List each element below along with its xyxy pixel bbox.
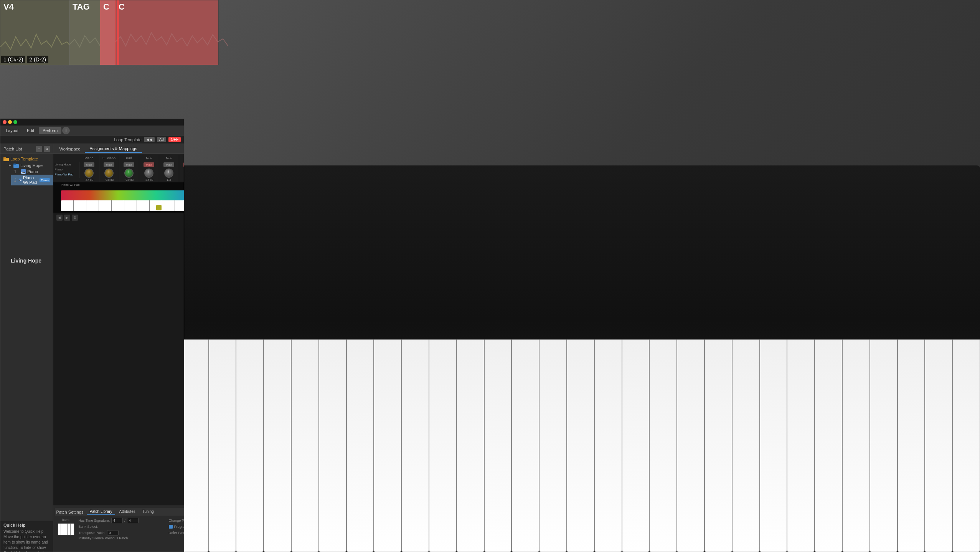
key-6[interactable] (291, 339, 319, 552)
key-28[interactable] (898, 339, 925, 552)
key-10[interactable] (401, 339, 429, 552)
knob-piano[interactable] (84, 169, 94, 178)
list-item-living-hope[interactable]: Living Hope (5, 162, 53, 169)
living-hope-label: Living Hope (11, 258, 41, 264)
key-29[interactable] (925, 339, 952, 552)
key-25[interactable] (815, 339, 842, 552)
ch-header-pad: Pad (119, 155, 139, 162)
program-change-checkbox[interactable] (169, 525, 173, 529)
patch-list-items: Loop Template Living Hope (0, 154, 53, 521)
knob-na2[interactable] (164, 169, 173, 178)
key-5[interactable] (264, 339, 291, 552)
patch-settings-fields: Has Time Signature: 4 / 4 Change Tempo t… (79, 518, 184, 540)
time-sig-top[interactable]: 4 (111, 518, 123, 523)
close-button[interactable] (3, 120, 7, 124)
key-26[interactable] (842, 339, 870, 552)
key-11[interactable] (429, 339, 457, 552)
prev-btn[interactable]: ◀ (56, 215, 63, 221)
key-24[interactable] (787, 339, 815, 552)
knob-na1[interactable] (144, 169, 153, 178)
tab-workspace[interactable]: Workspace (55, 145, 85, 152)
patch-list-settings-button[interactable]: ⚙ (44, 146, 50, 152)
key-13[interactable] (484, 339, 512, 552)
tab-edit[interactable]: Edit (23, 127, 38, 134)
key-27[interactable] (870, 339, 898, 552)
key-23[interactable] (760, 339, 787, 552)
next-btn[interactable]: ▶ (64, 215, 70, 221)
segment-c2-label: C (119, 2, 125, 12)
piano-pad-instrument-icon (19, 178, 21, 182)
minimize-button[interactable] (8, 120, 12, 124)
segment-c1-label: C (103, 2, 109, 12)
key-18[interactable] (622, 339, 650, 552)
patch-piano-icon (58, 523, 74, 535)
label-measure-1: 1 (C#-2) (1, 56, 25, 63)
key-4[interactable] (236, 339, 264, 552)
mini-key-5 (112, 200, 124, 211)
knob-pad[interactable] (124, 169, 134, 178)
key-22[interactable] (732, 339, 760, 552)
mixer-row-area: Living Hope Piano Piano W/ Pad Mute -4.4… (53, 162, 184, 182)
key-14[interactable] (511, 339, 539, 552)
maximize-button[interactable] (13, 120, 17, 124)
key-7[interactable] (319, 339, 346, 552)
piano-icon-keys (58, 524, 74, 535)
key-21[interactable] (704, 339, 732, 552)
tab-perform[interactable]: Perform (39, 127, 61, 134)
mute-btn-na2[interactable]: Mute (163, 162, 174, 167)
patch-settings-panel: Patch Settings Patch Library Attributes … (53, 506, 184, 552)
mixer-channels-container: Mute -4.4 dB Mute +3.8 dB (79, 162, 184, 182)
svg-rect-13 (20, 180, 20, 181)
key-3[interactable] (209, 339, 236, 552)
key-9[interactable] (374, 339, 401, 552)
off-btn[interactable]: OFF (168, 137, 181, 142)
key-2[interactable] (181, 339, 209, 552)
level-na1: -3.4 dB (145, 178, 153, 181)
mute-btn-pad[interactable]: Mute (124, 162, 134, 167)
key-8[interactable] (346, 339, 374, 552)
rewind-btn[interactable]: ◀◀ (144, 137, 155, 142)
ps-tab-tuning[interactable]: Tuning (139, 509, 157, 515)
info-icon[interactable]: i (62, 127, 70, 134)
transpose-value[interactable]: 0 (107, 530, 119, 535)
ps-tab-library[interactable]: Patch Library (87, 509, 115, 515)
mixer-channel-na3: Mute -40.0 dB (179, 162, 184, 182)
key-30[interactable] (952, 339, 980, 552)
time-sig-bottom[interactable]: 4 (127, 518, 139, 523)
list-item-piano[interactable]: 1 Piano (11, 169, 53, 175)
mixer-channel-headers: Piano E. Piano Pad N/A N/A N/A N/A N/A O… (53, 155, 184, 162)
svg-rect-12 (19, 180, 20, 181)
level-pad: +0.0 dB (124, 178, 134, 181)
a3-btn[interactable]: A3 (157, 137, 166, 142)
mute-btn-na3[interactable]: Mute (183, 162, 184, 167)
key-17[interactable] (594, 339, 622, 552)
mute-btn-na1[interactable]: Mute (144, 162, 154, 167)
transpose-row: Transpose Patch: 0 (79, 530, 166, 535)
mute-btn-epiano[interactable]: Mute (104, 162, 114, 167)
key-20[interactable] (677, 339, 704, 552)
key-15[interactable] (539, 339, 567, 552)
keyboard-keys (153, 339, 980, 552)
quick-help-text: Welcome to Quick Help. Move the pointer … (3, 529, 50, 552)
svg-rect-4 (13, 164, 16, 165)
key-16[interactable] (567, 339, 594, 552)
row-label-living-hope: Living Hope (55, 162, 78, 167)
key-12[interactable] (457, 339, 484, 552)
ps-tab-attributes[interactable]: Attributes (116, 509, 138, 515)
patch-number-1: 1 (14, 170, 20, 174)
defer-label: Defer Patch Change (169, 531, 184, 535)
settings-small-btn[interactable]: ⚙ (72, 215, 78, 221)
keyboard-area (153, 165, 980, 552)
add-patch-button[interactable]: + (36, 146, 42, 152)
mute-btn-piano[interactable]: Mute (84, 162, 94, 167)
level-piano: -4.4 dB (85, 178, 94, 181)
tab-assignments[interactable]: Assignments & Mappings (85, 145, 142, 153)
list-item-piano-w-pad[interactable]: 2 Piano W/ Pad Piano (11, 175, 53, 185)
key-19[interactable] (649, 339, 677, 552)
knob-epiano[interactable] (104, 169, 114, 178)
list-item-piano-label: Piano (27, 169, 38, 174)
ch-header-piano: Piano (79, 155, 99, 162)
tab-layout[interactable]: Layout (2, 127, 22, 134)
list-item-loop-template[interactable]: Loop Template (0, 155, 53, 162)
piano-badge: Piano (40, 178, 49, 182)
